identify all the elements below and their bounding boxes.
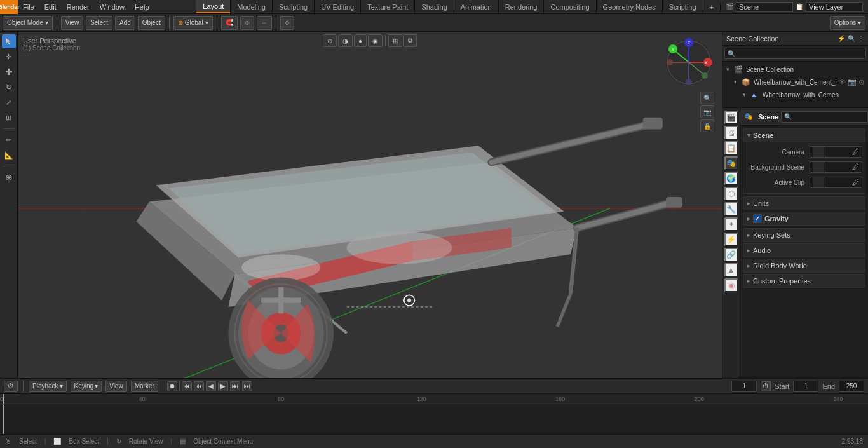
tab-layout[interactable]: Layout [196, 0, 230, 13]
props-tab-constraints[interactable]: 🔗 [724, 248, 738, 262]
tab-compositing[interactable]: Compositing [543, 0, 595, 13]
playback-btn[interactable]: Playback ▾ [29, 381, 67, 392]
active-clip-eyedropper-icon[interactable]: 🖊 [852, 179, 859, 186]
gravity-checkbox[interactable]: ✓ [753, 214, 762, 223]
tab-geometry-nodes[interactable]: Geometry Nodes [596, 0, 662, 13]
viewport-shading-3[interactable]: ● [354, 34, 367, 47]
keying-sets-section[interactable]: ▸ Keying Sets [743, 228, 865, 242]
tab-shading[interactable]: Shading [414, 0, 453, 13]
units-section[interactable]: ▸ Units [743, 196, 865, 210]
tab-scripting[interactable]: Scripting [662, 0, 703, 13]
annotate-tool[interactable]: ✏ [2, 133, 16, 147]
proportional-btn[interactable]: ⊚ [280, 16, 294, 30]
viewport-overlay-btn[interactable]: ⊞ [388, 34, 402, 47]
viewport-xray-btn[interactable]: ⧉ [403, 34, 417, 47]
tab-uv-editing[interactable]: UV Editing [314, 0, 360, 13]
viewport-shading-4[interactable]: ◉ [368, 34, 383, 47]
transform-global[interactable]: ⊕ Global ▾ [173, 16, 213, 30]
measure-tool[interactable]: 📐 [2, 148, 16, 162]
camera-field[interactable]: 🖊 [810, 146, 862, 158]
scene-section-header[interactable]: ▾ Scene [743, 128, 865, 142]
transform-btn[interactable]: ↔ [257, 16, 272, 30]
object-menu[interactable]: Object [138, 16, 165, 30]
timeline-ruler[interactable]: 0 40 80 120 160 200 240 [0, 394, 868, 404]
props-tab-physics[interactable]: ⚡ [724, 233, 738, 247]
camera-icon-0[interactable]: 📷 [848, 78, 857, 86]
viewport-shading-2[interactable]: ◑ [338, 34, 353, 47]
props-tab-modifier[interactable]: 🔧 [724, 202, 738, 216]
blender-logo[interactable]: Blender [0, 0, 18, 14]
active-clip-field[interactable]: 🖊 [810, 177, 862, 188]
props-tab-scene[interactable]: 🎭 [724, 156, 738, 170]
marker-btn[interactable]: Marker [131, 381, 158, 392]
render-icon-0[interactable]: ⊙ [858, 78, 864, 86]
props-tab-data[interactable]: ▲ [724, 263, 738, 277]
menu-help[interactable]: Help [130, 0, 154, 13]
add-menu[interactable]: Add [115, 16, 135, 30]
keying-btn[interactable]: Keying ▾ [71, 381, 102, 392]
eyedropper-icon[interactable]: 🖊 [852, 148, 859, 156]
background-scene-field[interactable]: 🖊 [810, 161, 862, 173]
tab-rendering[interactable]: Rendering [498, 0, 544, 13]
jump-end-btn[interactable]: ⏭ [242, 381, 252, 391]
props-tab-material[interactable]: ◉ [724, 278, 738, 292]
view-btn[interactable]: View [105, 381, 127, 392]
move-tool[interactable]: ✚ [2, 65, 16, 79]
record-btn[interactable]: ⏺ [167, 381, 177, 391]
props-tab-output[interactable]: 🖨 [724, 126, 738, 140]
mode-selector[interactable]: Object Mode ▾ [3, 16, 53, 30]
play-btn[interactable]: ▶ [218, 381, 228, 391]
camera-btn[interactable]: 📷 [700, 105, 714, 118]
next-keyframe-btn[interactable]: ⏭ [230, 381, 240, 391]
menu-window[interactable]: Window [95, 0, 130, 13]
outliner-search-icon[interactable]: 🔍 [848, 35, 855, 42]
audio-section[interactable]: ▸ Audio [743, 243, 865, 257]
rigid-body-world-section[interactable]: ▸ Rigid Body World [743, 259, 865, 273]
select-menu[interactable]: Select [86, 16, 112, 30]
start-frame-input[interactable] [793, 381, 818, 392]
tab-texture-paint[interactable]: Texture Paint [360, 0, 414, 13]
outliner-row-scene-collection[interactable]: ▾ 🎬 Scene Collection [722, 63, 868, 76]
zoom-in-btn[interactable]: 🔍 [700, 92, 714, 104]
options-btn[interactable]: Options ▾ [830, 16, 865, 30]
scene-input[interactable] [736, 2, 793, 12]
props-search-input[interactable] [781, 111, 868, 123]
menu-render[interactable]: Render [62, 0, 95, 13]
outliner-search-input[interactable] [724, 48, 866, 59]
outliner-row-0[interactable]: ▾ 📦 Wheelbarrow_with_Cement_i 👁 📷 ⊙ [722, 76, 868, 88]
current-frame-input[interactable] [731, 381, 757, 392]
props-tab-view-layer[interactable]: 📋 [724, 141, 738, 155]
add-primitive-tool[interactable]: ⊕ [2, 170, 16, 184]
tab-sculpting[interactable]: Sculpting [272, 0, 314, 13]
bg-scene-eyedropper-icon[interactable]: 🖊 [852, 163, 859, 171]
props-tab-world[interactable]: 🌍 [724, 172, 738, 186]
cursor-tool[interactable]: ✛ [2, 50, 16, 64]
tab-animation[interactable]: Animation [454, 0, 498, 13]
props-tab-object[interactable]: ⬡ [724, 187, 738, 201]
custom-properties-section[interactable]: ▸ Custom Properties [743, 274, 865, 288]
viewport-3d[interactable]: User Perspective (1) Scene Collection ⊙ … [18, 32, 722, 378]
viewport-shading-1[interactable]: ⊙ [323, 34, 337, 47]
scale-tool[interactable]: ⤢ [2, 95, 16, 109]
outliner-dots-icon[interactable]: ⋮ [858, 35, 864, 42]
view-menu[interactable]: View [61, 16, 84, 30]
select-tool[interactable] [2, 34, 16, 48]
eye-icon-0[interactable]: 👁 [839, 78, 846, 86]
tab-add[interactable]: + [703, 0, 720, 13]
gravity-section-header[interactable]: ▸ ✓ Gravity [743, 212, 865, 226]
view-layer-input[interactable] [806, 2, 863, 12]
transform-tool[interactable]: ⊞ [2, 111, 16, 125]
end-frame-input[interactable] [839, 381, 864, 392]
tab-modeling[interactable]: Modeling [230, 0, 272, 13]
snap-btn[interactable]: 🧲 [221, 16, 238, 30]
menu-file[interactable]: File [18, 0, 39, 13]
pivot-btn[interactable]: ⊙ [240, 16, 254, 30]
props-tab-particles[interactable]: ✦ [724, 217, 738, 231]
outliner-row-1[interactable]: ▾ ▲ Wheelbarrow_with_Cemen [722, 88, 868, 101]
play-reverse-btn[interactable]: ◀ [206, 381, 216, 391]
menu-edit[interactable]: Edit [39, 0, 62, 13]
jump-start-btn[interactable]: ⏮ [182, 381, 192, 391]
props-tab-render[interactable]: 🎬 [724, 111, 738, 125]
timeline-tracks[interactable] [0, 404, 868, 434]
outliner-filter-icon[interactable]: ⚡ [837, 35, 845, 42]
